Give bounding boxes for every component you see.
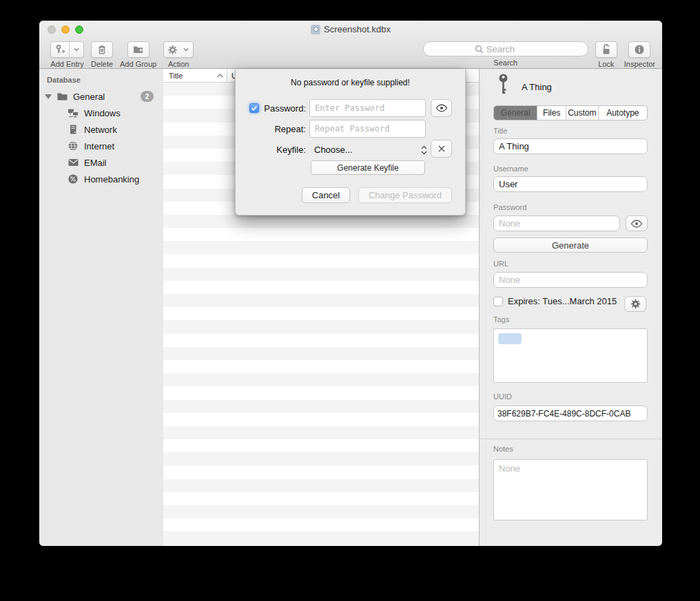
folder-icon: [56, 90, 68, 103]
inspector-tabs: GeneralFilesCustomAutotype: [493, 105, 648, 120]
chevron-down-icon[interactable]: [181, 42, 193, 57]
keyfile-popup[interactable]: Choose...: [314, 145, 353, 155]
table-row[interactable]: [163, 241, 479, 254]
sidebar-item-general[interactable]: General 2: [39, 88, 163, 105]
table-row[interactable]: [163, 439, 479, 452]
table-row[interactable]: [163, 294, 479, 307]
folder-plus-icon: [132, 44, 144, 55]
show-password-button[interactable]: [626, 215, 648, 231]
table-row[interactable]: [163, 479, 479, 492]
password-checkbox[interactable]: [249, 103, 259, 113]
desktop-background: Screenshot.kdbx Add Entry Delete: [0, 0, 700, 601]
table-row[interactable]: [163, 320, 479, 333]
divider: [480, 439, 662, 439]
dialog-message: No password or keyfile supplied!: [236, 78, 465, 87]
change-password-button[interactable]: Change Password: [358, 187, 452, 203]
table-row[interactable]: [163, 426, 479, 439]
dialog-password-label: Password:: [260, 103, 306, 114]
toolbar-item-add-entry: Add Entry: [50, 41, 84, 68]
show-password-button[interactable]: [431, 99, 452, 117]
repeat-password-input[interactable]: [309, 120, 426, 138]
table-row[interactable]: [163, 215, 479, 228]
sidebar-item-homebanking[interactable]: Homebanking: [39, 171, 163, 187]
titlebar[interactable]: Screenshot.kdbx: [39, 21, 662, 39]
tags-field[interactable]: [493, 328, 648, 383]
column-header-title[interactable]: Title: [163, 69, 227, 82]
inspector-button[interactable]: [628, 41, 650, 58]
gear-icon: [630, 299, 641, 309]
notes-field[interactable]: [493, 459, 648, 520]
action-button[interactable]: [163, 41, 194, 58]
table-row[interactable]: [163, 254, 479, 267]
add-group-button[interactable]: [127, 41, 150, 58]
title-field[interactable]: [493, 138, 648, 154]
chevron-down-icon[interactable]: [69, 42, 83, 57]
search-input[interactable]: [486, 44, 569, 54]
table-row[interactable]: [163, 505, 479, 518]
table-row[interactable]: [163, 465, 479, 478]
key-plus-icon[interactable]: [51, 42, 69, 57]
table-row[interactable]: [163, 307, 479, 320]
expires-checkbox[interactable]: [493, 297, 503, 306]
toolbar-item-lock: Lock: [595, 41, 617, 68]
sidebar-item-network[interactable]: Network: [39, 121, 163, 138]
gear-icon[interactable]: [164, 42, 181, 57]
expires-settings-button[interactable]: [624, 296, 646, 312]
sidebar-item-internet[interactable]: Internet: [39, 138, 163, 154]
uuid-field[interactable]: [493, 405, 648, 421]
tab-custom[interactable]: Custom: [566, 106, 599, 120]
key-icon: [497, 73, 509, 96]
generate-keyfile-button[interactable]: Generate Keyfile: [311, 160, 425, 175]
table-row[interactable]: [163, 545, 479, 546]
lock-button[interactable]: [595, 41, 617, 58]
table-row[interactable]: [163, 413, 479, 426]
tab-autotype[interactable]: Autotype: [599, 106, 647, 120]
table-row[interactable]: [163, 492, 479, 505]
inspector-panel: A Thing GeneralFilesCustomAutotype Title…: [480, 69, 662, 546]
sidebar-section-header: Database: [39, 74, 163, 88]
generate-button[interactable]: Generate: [493, 238, 648, 253]
table-row[interactable]: [163, 400, 479, 413]
table-row[interactable]: [163, 281, 479, 294]
toolbar-item-delete: Delete: [91, 41, 113, 68]
search-field[interactable]: [423, 41, 588, 56]
expires-row: Expires: Tues...March 2015: [493, 296, 617, 306]
eye-icon: [435, 104, 448, 112]
entry-count-badge: 2: [141, 91, 154, 102]
tag-token[interactable]: [498, 333, 522, 344]
tab-general[interactable]: General: [494, 106, 537, 120]
cancel-button[interactable]: Cancel: [302, 187, 350, 203]
password-field[interactable]: [493, 215, 620, 231]
table-row[interactable]: [163, 452, 479, 465]
table-row[interactable]: [163, 531, 479, 545]
url-field[interactable]: [493, 272, 648, 288]
sidebar-item-email[interactable]: EMail: [39, 154, 163, 171]
table-row[interactable]: [163, 347, 479, 360]
trash-icon: [96, 44, 107, 55]
disclosure-triangle-icon[interactable]: [45, 94, 52, 99]
table-row[interactable]: [163, 386, 479, 399]
toolbar-item-add-group: Add Group: [120, 41, 156, 68]
table-row[interactable]: [163, 228, 479, 241]
eye-icon: [630, 220, 643, 228]
table-row[interactable]: [163, 360, 479, 373]
tab-files[interactable]: Files: [537, 106, 566, 120]
username-field[interactable]: [493, 176, 648, 192]
add-entry-button[interactable]: [50, 41, 84, 58]
sidebar-item-windows[interactable]: Windows: [39, 105, 163, 121]
toolbar-item-search: Search: [423, 41, 588, 67]
stepper-icon[interactable]: [419, 143, 429, 157]
clear-keyfile-button[interactable]: [431, 140, 452, 158]
toolbar-item-inspector: Inspector: [624, 41, 655, 68]
table-row[interactable]: [163, 373, 479, 386]
dialog-keyfile-label: Keyfile:: [260, 145, 306, 155]
enter-password-input[interactable]: [309, 99, 426, 117]
username-label: Username: [493, 165, 528, 173]
delete-button[interactable]: [91, 41, 113, 58]
sort-ascending-icon: [216, 73, 224, 78]
search-icon: [429, 45, 486, 54]
document-icon: [311, 25, 320, 34]
table-row[interactable]: [163, 334, 479, 347]
table-row[interactable]: [163, 268, 479, 281]
table-row[interactable]: [163, 518, 479, 531]
